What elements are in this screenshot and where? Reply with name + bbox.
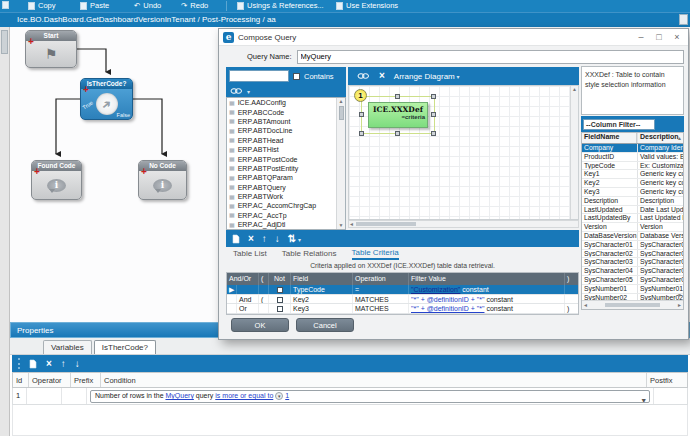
field-grid-row[interactable]: LastUpdatedByLast Updated By xyxy=(582,214,683,223)
open-paren-cell[interactable] xyxy=(259,285,269,294)
operation-cell[interactable]: MATCHES xyxy=(353,304,409,313)
filter-value-link[interactable]: "*" + @definitionID + "*" xyxy=(411,296,484,303)
move-up-icon[interactable]: ↑ xyxy=(262,234,267,244)
condition-link[interactable]: is more or equal to xyxy=(215,392,273,399)
field-cell[interactable]: Key2 xyxy=(291,295,353,304)
field-grid-row[interactable]: SysCharacter01SysCharacter01 xyxy=(582,241,683,250)
node-condition[interactable]: IsTherCode? + True ➔ False xyxy=(80,78,133,120)
query-name-input[interactable] xyxy=(297,50,684,64)
arrange-diagram-button[interactable]: Arrange Diagram ▾ xyxy=(394,72,460,81)
undo-button[interactable]: ↶Undo xyxy=(134,1,161,10)
toolbar-grip[interactable] xyxy=(18,358,20,369)
node-found-code[interactable]: Found Code + i xyxy=(31,160,82,200)
move-up-icon[interactable]: ↑ xyxy=(61,359,66,369)
diagram-vscrollbar[interactable]: ▲ xyxy=(570,86,578,219)
ok-button[interactable]: OK xyxy=(231,318,289,332)
list-item[interactable]: ▦ERP.ABTPostCode xyxy=(227,154,345,163)
close-button[interactable]: × xyxy=(670,32,684,42)
collapsed-panel-tab[interactable] xyxy=(1,30,8,54)
scroll-left-arrow[interactable]: ◄ xyxy=(583,302,588,308)
field-grid-row[interactable]: DescriptionDescription xyxy=(582,197,683,206)
field-grid-row[interactable]: Key1Generic key component xyxy=(582,170,683,179)
usings-references-button[interactable]: Usings & References... xyxy=(237,1,324,10)
sort-button[interactable]: ⇅ ▾ xyxy=(288,234,301,244)
list-item[interactable]: ▦ERP.ABTWork xyxy=(227,192,345,201)
tab-table-relations[interactable]: Table Relations xyxy=(282,249,337,259)
open-paren-cell[interactable] xyxy=(259,304,269,313)
field-grid-row[interactable]: SysNumber01SysNumber01 xyxy=(582,285,683,294)
list-item[interactable]: ▦ERP.ABCCode xyxy=(227,107,345,116)
use-extensions-button[interactable]: Use Extensions xyxy=(336,1,398,10)
filter-value-link[interactable]: "Customization" xyxy=(411,286,460,293)
redo-button[interactable]: ↷Redo xyxy=(181,1,208,10)
list-item[interactable]: ▦ERP.AC_AccTp xyxy=(227,211,345,220)
close-paren-cell[interactable]: ) xyxy=(565,304,578,313)
chevron-down-icon[interactable]: ▾ xyxy=(247,88,250,95)
filter-value-link[interactable]: "*" + @definitionID + "*" xyxy=(411,305,484,312)
resize-handle[interactable] xyxy=(431,131,436,136)
criteria-row[interactable]: OrKey3MATCHES"*" + @definitionID + "*" c… xyxy=(227,304,578,314)
andor-cell[interactable] xyxy=(237,285,259,294)
diagram-hscrollbar[interactable]: ◄ xyxy=(348,220,579,228)
copy-button[interactable]: Copy xyxy=(28,1,56,10)
link-icon[interactable] xyxy=(357,72,370,80)
dialog-titlebar[interactable]: e Compose Query – □ × xyxy=(219,29,688,46)
operation-cell[interactable]: MATCHES xyxy=(353,295,409,304)
new-row-icon[interactable] xyxy=(29,359,37,369)
condition-link[interactable]: 1 xyxy=(285,392,289,399)
field-grid-row[interactable]: Key3Generic key component xyxy=(582,188,683,197)
chevron-down-icon[interactable]: ▼ xyxy=(640,393,647,403)
tab-isthercode[interactable]: IsTherCode? xyxy=(94,340,156,354)
field-grid-row[interactable]: LastUpdatedDate Last Updated xyxy=(582,206,683,215)
field-grid-row[interactable]: SysCharacter05SysCharacter05 xyxy=(582,276,683,285)
condition-row[interactable]: 1 Number of rows in the MyQuery query is… xyxy=(12,388,688,405)
new-criteria-icon[interactable] xyxy=(232,234,240,244)
list-item[interactable]: ▦ICE.AADConfig xyxy=(227,98,345,107)
list-item[interactable]: ▦ERP.ABTQuery xyxy=(227,183,345,192)
scrollbar-thumb[interactable] xyxy=(356,222,416,226)
dropdown-circle-icon[interactable]: ▾ xyxy=(275,392,283,400)
field-grid-row[interactable]: Key2Generic key component xyxy=(582,179,683,188)
field-grid-row[interactable]: TypeCodeEx: Customization xyxy=(582,162,683,171)
field-grid-row[interactable]: DataBaseVersionDatabase Version xyxy=(582,232,683,241)
criteria-row[interactable]: And(Key2MATCHES"*" + @definitionID + "*"… xyxy=(227,295,578,305)
scroll-left-arrow[interactable]: ◄ xyxy=(349,221,354,227)
delete-icon[interactable]: × xyxy=(248,234,254,244)
open-paren-cell[interactable]: ( xyxy=(259,295,269,304)
query-diagram-canvas[interactable]: ICE.XXXDef =criteria 1 ▲ xyxy=(348,85,579,220)
scrollbar-thumb[interactable] xyxy=(605,303,660,307)
list-item[interactable]: ▦ERP.ABTHead xyxy=(227,136,345,145)
field-grid-row[interactable]: ProductIDValid values: B xyxy=(582,153,683,162)
list-item[interactable]: ▦ERP.ABTQParam xyxy=(227,173,345,182)
contains-checkbox[interactable] xyxy=(293,73,300,80)
criteria-row[interactable]: ▶TypeCode="Customization" constant xyxy=(227,285,578,295)
delete-icon[interactable]: × xyxy=(46,359,52,369)
close-paren-cell[interactable] xyxy=(565,295,578,304)
field-cell[interactable]: TypeCode xyxy=(291,285,353,294)
resize-handle[interactable] xyxy=(395,131,400,136)
list-item[interactable]: ▦ERP.AC_AdjDtl xyxy=(227,220,345,229)
condition-combobox[interactable]: Number of rows in the MyQuery query is m… xyxy=(90,390,650,403)
tab-variables[interactable]: Variables xyxy=(43,340,92,354)
table-list-scrollbar[interactable]: ▲▼ xyxy=(336,98,345,229)
field-grid-row[interactable]: VersionVersion xyxy=(582,223,683,232)
scroll-up-arrow[interactable]: ▲ xyxy=(677,135,682,141)
condition-link[interactable]: MyQuery xyxy=(165,392,193,399)
node-no-code[interactable]: No Code + i xyxy=(138,160,187,200)
scroll-down-arrow[interactable]: ▼ xyxy=(337,222,345,228)
link-icon[interactable] xyxy=(230,87,243,95)
scroll-down-arrow[interactable]: ▼ xyxy=(677,292,682,298)
list-item[interactable]: ▦ERP.ABTAmount xyxy=(227,117,345,126)
tab-table-criteria[interactable]: Table Criteria xyxy=(352,248,399,260)
not-checkbox[interactable] xyxy=(277,287,283,293)
move-down-icon[interactable]: ↓ xyxy=(275,234,280,244)
resize-handle[interactable] xyxy=(359,112,364,117)
scroll-right-arrow[interactable]: ► xyxy=(677,302,682,308)
maximize-button[interactable]: □ xyxy=(652,32,666,42)
list-item[interactable]: ▦ERP.AC_AccomChrgCap xyxy=(227,201,345,210)
andor-cell[interactable]: And xyxy=(237,295,259,304)
close-paren-cell[interactable] xyxy=(565,285,578,294)
field-cell[interactable]: Key3 xyxy=(291,304,353,313)
resize-handle[interactable] xyxy=(431,94,436,99)
remove-table-icon[interactable]: × xyxy=(379,71,385,81)
